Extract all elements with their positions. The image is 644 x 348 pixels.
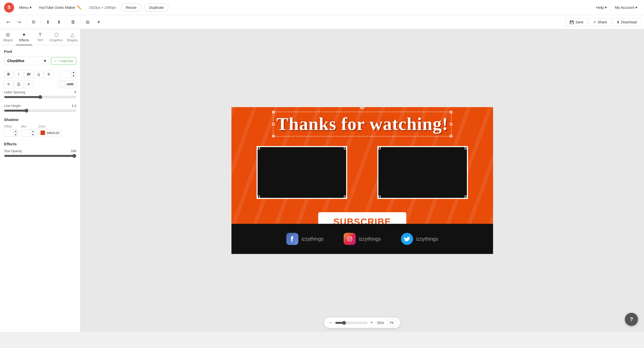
zoom-fit-button[interactable]: Fit bbox=[387, 320, 396, 326]
text-opacity-slider[interactable] bbox=[4, 154, 76, 158]
letter-spacing-slider[interactable] bbox=[4, 95, 76, 99]
video-box-right[interactable] bbox=[377, 146, 468, 199]
tab-text[interactable]: T Text bbox=[32, 29, 48, 45]
vl-handle-tl[interactable] bbox=[257, 147, 260, 149]
line-height-slider[interactable] bbox=[4, 109, 76, 113]
tab-bkgnd[interactable]: ⊞ Bkgnd bbox=[0, 29, 16, 45]
save-button[interactable]: 💾 Save bbox=[565, 18, 588, 26]
help-button[interactable]: Help ▾ bbox=[594, 4, 610, 11]
offset-input-wrap[interactable]: 8 ▲ ▼ bbox=[4, 129, 18, 137]
vr-handle-tr[interactable] bbox=[465, 147, 467, 149]
handle-tl[interactable] bbox=[272, 111, 275, 113]
vr-handle-br[interactable] bbox=[465, 196, 467, 198]
handle-bl[interactable] bbox=[272, 135, 275, 137]
main-layout: ⊞ Bkgnd ✦ Effects T Text ⬡ Graphics △ Sh… bbox=[0, 29, 644, 332]
effects-icon: ✦ bbox=[22, 32, 26, 38]
video-box-left[interactable] bbox=[257, 146, 347, 199]
handle-tr[interactable] bbox=[450, 111, 452, 113]
offset-input[interactable]: 8 bbox=[4, 130, 13, 136]
handle-mr[interactable] bbox=[450, 123, 452, 125]
font-size-up[interactable]: ▲ bbox=[71, 71, 76, 74]
my-account-button[interactable]: My Account ▾ bbox=[612, 4, 640, 11]
help-chevron-icon: ▾ bbox=[605, 5, 607, 10]
help-button[interactable]: ? bbox=[625, 313, 638, 326]
add-font-button[interactable]: ✓ + Add font bbox=[51, 57, 76, 65]
canvas-wrapper: Thanks for watching! bbox=[231, 107, 493, 254]
zoom-in-button[interactable]: + bbox=[369, 320, 374, 325]
color-swatch[interactable]: #ffffff bbox=[58, 80, 76, 88]
delete-button[interactable]: 🗑 bbox=[68, 17, 78, 27]
shadow-color-input[interactable]: #d64120 bbox=[38, 129, 62, 136]
send-back-button[interactable]: ⬇︎ bbox=[43, 17, 53, 27]
undo-button[interactable]: ↩ bbox=[3, 17, 13, 27]
zoom-out-button[interactable]: − bbox=[328, 320, 333, 325]
tab-effects[interactable]: ✦ Effects bbox=[16, 29, 32, 45]
shadow-section-title: Shadow bbox=[4, 117, 76, 122]
italic-button[interactable]: I bbox=[14, 70, 23, 78]
line-height-row: Line Height 1.2 bbox=[4, 104, 76, 113]
align-row: ≡ ☰ ≡ #ffffff bbox=[4, 80, 76, 88]
underline-button[interactable]: U bbox=[34, 70, 43, 78]
toolbar-divider-4 bbox=[80, 19, 80, 26]
menu-button[interactable]: Menu ▾ bbox=[17, 4, 34, 11]
font-dropdown[interactable]: Chunkfive ▾ bbox=[4, 57, 49, 65]
effects-section-title: Effects bbox=[4, 142, 76, 146]
color-box bbox=[60, 82, 65, 86]
resize-button[interactable]: Resize bbox=[121, 4, 141, 12]
instagram-social: izzythings bbox=[344, 233, 381, 245]
align-right-button[interactable]: ≡ bbox=[24, 80, 33, 88]
blur-up[interactable]: ▲ bbox=[30, 129, 35, 133]
canvas-area: Thanks for watching! bbox=[80, 29, 644, 332]
text-opacity-value: 100 bbox=[71, 149, 76, 153]
title-container[interactable]: Thanks for watching! bbox=[242, 112, 483, 137]
vl-handle-tr[interactable] bbox=[344, 147, 346, 149]
magic-button[interactable]: ✦ bbox=[94, 17, 104, 27]
toolbar: ↩ ↪ ⧉ ⬇︎ ⬆︎ 🗑 ⊞ ✦ 💾 Save ↗ Share ⬇ Downl… bbox=[0, 15, 644, 29]
menu-chevron-icon: ▾ bbox=[30, 5, 32, 10]
vr-handle-bl[interactable] bbox=[378, 196, 381, 198]
vl-handle-bl[interactable] bbox=[257, 196, 260, 198]
bring-front-button[interactable]: ⬆︎ bbox=[54, 17, 64, 27]
grid-button[interactable]: ⊞ bbox=[83, 17, 93, 27]
download-button[interactable]: ⬇ Download bbox=[612, 18, 641, 26]
font-size-down[interactable]: ▼ bbox=[71, 74, 76, 78]
offset-down[interactable]: ▼ bbox=[13, 133, 18, 137]
handle-ml[interactable] bbox=[272, 123, 275, 125]
copy-button[interactable]: ⧉ bbox=[28, 17, 38, 27]
effects-section: Effects Text Opacity 100 bbox=[4, 142, 76, 159]
line-height-value: 1.2 bbox=[72, 104, 76, 108]
tab-graphics[interactable]: ⬡ Graphics bbox=[48, 29, 64, 45]
duplicate-button[interactable]: Duplicate bbox=[144, 4, 169, 12]
align-center-button[interactable]: ☰ bbox=[14, 80, 23, 88]
tab-shapes[interactable]: △ Shapes bbox=[64, 29, 80, 45]
blur-input[interactable]: 0 bbox=[21, 130, 30, 136]
share-button[interactable]: ↗ Share bbox=[589, 18, 611, 26]
zoom-slider[interactable] bbox=[335, 321, 367, 325]
font-size-field[interactable]: 129 bbox=[60, 71, 71, 77]
zoom-value: 58% bbox=[376, 321, 385, 325]
blur-input-wrap[interactable]: 0 ▲ ▼ bbox=[21, 129, 35, 137]
format-row: B I BI U S 129 ▲ ▼ bbox=[4, 70, 76, 78]
vr-handle-tl[interactable] bbox=[378, 147, 381, 149]
vl-handle-br[interactable] bbox=[344, 196, 346, 198]
blur-down[interactable]: ▼ bbox=[30, 133, 35, 137]
instagram-icon bbox=[344, 233, 356, 245]
canvas-title-text: Thanks for watching! bbox=[276, 114, 448, 135]
font-section-title: Font bbox=[4, 49, 76, 54]
handle-br[interactable] bbox=[450, 135, 452, 137]
offset-up[interactable]: ▲ bbox=[13, 129, 18, 133]
redo-button[interactable]: ↪ bbox=[14, 17, 24, 27]
shadow-color-group: Color #d64120 bbox=[38, 125, 62, 136]
bold-button[interactable]: B bbox=[4, 70, 13, 78]
shadow-color-label: Color bbox=[38, 125, 62, 128]
strikethrough-button[interactable]: S bbox=[44, 70, 53, 78]
bkgnd-icon: ⊞ bbox=[6, 32, 10, 38]
logo: S bbox=[4, 3, 14, 13]
font-size-input[interactable]: 129 ▲ ▼ bbox=[60, 70, 76, 78]
svg-point-4 bbox=[351, 237, 352, 238]
canvas[interactable]: Thanks for watching! bbox=[231, 107, 493, 254]
color-hex-value: #ffffff bbox=[66, 82, 73, 86]
save-icon: 💾 bbox=[570, 20, 574, 24]
align-left-button[interactable]: ≡ bbox=[4, 80, 13, 88]
bold-italic-button[interactable]: BI bbox=[24, 70, 33, 78]
